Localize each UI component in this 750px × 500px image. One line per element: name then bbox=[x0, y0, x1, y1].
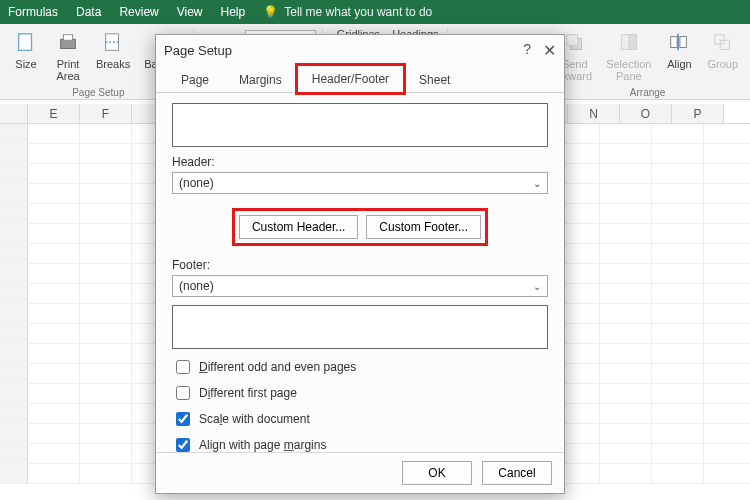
tab-margins[interactable]: Margins bbox=[224, 66, 297, 93]
print-area-label: Print Area bbox=[56, 58, 79, 82]
col-header[interactable]: N bbox=[568, 104, 620, 123]
footer-dropdown[interactable]: (none) ⌄ bbox=[172, 275, 548, 297]
close-icon[interactable]: ✕ bbox=[543, 41, 556, 60]
svg-rect-14 bbox=[714, 35, 723, 44]
diff-first-checkbox[interactable]: Different first page bbox=[172, 383, 548, 403]
header-label: Header: bbox=[172, 155, 548, 169]
svg-rect-2 bbox=[63, 35, 72, 41]
svg-rect-15 bbox=[720, 40, 729, 49]
checkbox-input[interactable] bbox=[176, 412, 190, 426]
ribbon-tab-formulas[interactable]: Formulas bbox=[8, 5, 58, 19]
header-dropdown-value: (none) bbox=[179, 176, 214, 190]
custom-header-button[interactable]: Custom Header... bbox=[239, 215, 358, 239]
svg-rect-0 bbox=[19, 34, 32, 51]
col-header[interactable]: O bbox=[620, 104, 672, 123]
dialog-tabs: Page Margins Header/Footer Sheet bbox=[156, 65, 564, 93]
page-setup-dialog: Page Setup ? ✕ Page Margins Header/Foote… bbox=[155, 34, 565, 494]
ribbon-tab-strip: Formulas Data Review View Help 💡 Tell me… bbox=[0, 0, 750, 24]
diff-odd-even-label: ifferent odd and even pages bbox=[208, 360, 357, 374]
col-header[interactable]: E bbox=[28, 104, 80, 123]
custom-footer-button[interactable]: Custom Footer... bbox=[366, 215, 481, 239]
svg-rect-3 bbox=[106, 34, 119, 51]
footer-dropdown-value: (none) bbox=[179, 279, 214, 293]
ribbon-tab-help[interactable]: Help bbox=[221, 5, 246, 19]
header-preview bbox=[172, 103, 548, 147]
size-label: Size bbox=[15, 58, 36, 70]
scale-doc-label: e with document bbox=[222, 412, 309, 426]
select-all-corner[interactable] bbox=[0, 104, 28, 123]
checkbox-input[interactable] bbox=[176, 386, 190, 400]
checkbox-input[interactable] bbox=[176, 360, 190, 374]
ribbon-tab-view[interactable]: View bbox=[177, 5, 203, 19]
breaks-button[interactable]: Breaks bbox=[94, 28, 132, 72]
lightbulb-icon: 💡 bbox=[263, 5, 278, 19]
tab-page[interactable]: Page bbox=[166, 66, 224, 93]
tab-sheet[interactable]: Sheet bbox=[404, 66, 465, 93]
print-area-icon bbox=[54, 30, 82, 56]
svg-rect-11 bbox=[671, 37, 677, 48]
svg-rect-8 bbox=[566, 35, 577, 46]
diff-odd-even-checkbox[interactable]: Different odd and even pages bbox=[172, 357, 548, 377]
svg-rect-10 bbox=[629, 35, 636, 50]
scale-doc-checkbox[interactable]: Scale with document bbox=[172, 409, 548, 429]
selection-pane-icon bbox=[615, 30, 643, 56]
svg-rect-12 bbox=[680, 37, 686, 48]
ribbon-tab-review[interactable]: Review bbox=[119, 5, 158, 19]
diff-first-label: fferent first page bbox=[210, 386, 297, 400]
group-label: Group bbox=[707, 58, 738, 70]
print-area-button[interactable]: Print Area bbox=[52, 28, 84, 84]
size-button[interactable]: Size bbox=[10, 28, 42, 72]
align-margins-label: argins bbox=[294, 438, 327, 452]
checkbox-input[interactable] bbox=[176, 438, 190, 452]
chevron-down-icon: ⌄ bbox=[533, 178, 541, 189]
selection-pane-button: Selection Pane bbox=[604, 28, 653, 84]
col-header[interactable]: F bbox=[80, 104, 132, 123]
arrange-group-label: Arrange bbox=[630, 87, 666, 100]
breaks-icon bbox=[99, 30, 127, 56]
ribbon-tab-data[interactable]: Data bbox=[76, 5, 101, 19]
selection-pane-label: Selection Pane bbox=[606, 58, 651, 82]
footer-preview bbox=[172, 305, 548, 349]
page-setup-group-label: Page Setup bbox=[72, 87, 124, 100]
chevron-down-icon: ⌄ bbox=[533, 281, 541, 292]
tell-me-label: Tell me what you want to do bbox=[284, 5, 432, 19]
breaks-label: Breaks bbox=[96, 58, 130, 70]
group-button: Group bbox=[705, 28, 740, 72]
ok-button[interactable]: OK bbox=[402, 461, 472, 485]
dialog-title: Page Setup bbox=[164, 43, 232, 58]
size-icon bbox=[12, 30, 40, 56]
footer-label: Footer: bbox=[172, 258, 548, 272]
tab-header-footer[interactable]: Header/Footer bbox=[297, 65, 404, 93]
group-icon bbox=[709, 30, 737, 56]
align-label: Align bbox=[667, 58, 691, 70]
align-button[interactable]: Align bbox=[663, 28, 695, 72]
dialog-titlebar[interactable]: Page Setup ? ✕ bbox=[156, 35, 564, 65]
custom-buttons-highlight: Custom Header... Custom Footer... bbox=[232, 208, 488, 246]
align-icon bbox=[665, 30, 693, 56]
align-margins-checkbox[interactable]: Align with page margins bbox=[172, 435, 548, 452]
tell-me-search[interactable]: 💡 Tell me what you want to do bbox=[263, 5, 432, 19]
header-dropdown[interactable]: (none) ⌄ bbox=[172, 172, 548, 194]
cancel-button[interactable]: Cancel bbox=[482, 461, 552, 485]
col-header[interactable]: P bbox=[672, 104, 724, 123]
help-icon[interactable]: ? bbox=[523, 41, 531, 60]
